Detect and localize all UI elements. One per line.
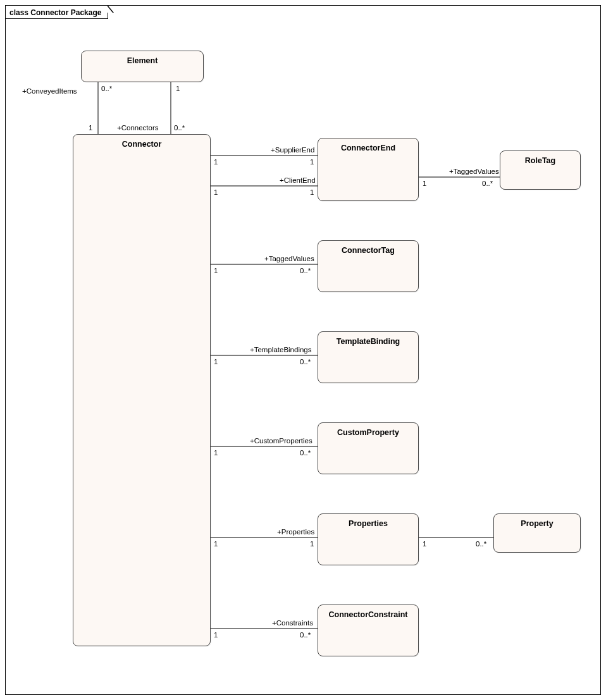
role-tagged-values: +TaggedValues bbox=[264, 255, 314, 262]
mult-custom-dst: 0..* bbox=[300, 449, 311, 457]
role-connectors: +Connectors bbox=[117, 124, 159, 132]
class-connector-tag-label: ConnectorTag bbox=[342, 246, 395, 255]
class-properties: Properties bbox=[318, 513, 419, 565]
class-custom-property: CustomProperty bbox=[318, 422, 419, 474]
mult-template-src: 1 bbox=[214, 358, 218, 365]
role-conveyed-items: +ConveyedItems bbox=[22, 87, 77, 95]
role-template-bindings: +TemplateBindings bbox=[250, 346, 312, 353]
mult-connector-end-tag: 1 bbox=[423, 180, 426, 187]
mult-element-connectors: 1 bbox=[176, 85, 180, 92]
frame-title: class Connector Package bbox=[9, 8, 101, 17]
class-connector-tag: ConnectorTag bbox=[318, 240, 419, 292]
mult-connector-tag-dst: 0..* bbox=[300, 267, 311, 274]
class-connector: Connector bbox=[73, 134, 211, 646]
class-connector-end-label: ConnectorEnd bbox=[341, 144, 395, 152]
mult-prop-src: 1 bbox=[423, 540, 426, 548]
class-role-tag: RoleTag bbox=[500, 150, 581, 190]
mult-connector-supplier: 1 bbox=[214, 158, 218, 166]
role-custom-properties: +CustomProperties bbox=[250, 437, 312, 445]
frame-title-tab: class Connector Package bbox=[5, 5, 108, 19]
class-custom-property-label: CustomProperty bbox=[337, 428, 399, 437]
mult-template-dst: 0..* bbox=[300, 358, 311, 365]
class-element-label: Element bbox=[127, 56, 158, 65]
role-client-end: +ClientEnd bbox=[280, 176, 316, 184]
mult-connector-connectors: 0..* bbox=[174, 124, 185, 132]
mult-element-conveyed: 0..* bbox=[101, 85, 112, 92]
mult-connector-conveyed: 1 bbox=[89, 124, 92, 132]
class-property: Property bbox=[493, 513, 581, 553]
mult-roletag: 0..* bbox=[482, 180, 493, 187]
mult-connector-tag-src: 1 bbox=[214, 267, 218, 274]
mult-constraints-dst: 0..* bbox=[300, 631, 311, 639]
mult-prop-dst: 0..* bbox=[476, 540, 486, 548]
class-template-binding: TemplateBinding bbox=[318, 331, 419, 383]
class-template-binding-label: TemplateBinding bbox=[337, 337, 400, 346]
class-connector-constraint-label: ConnectorConstraint bbox=[329, 610, 408, 619]
mult-supplier-end: 1 bbox=[310, 158, 314, 166]
class-role-tag-label: RoleTag bbox=[525, 156, 555, 165]
class-property-label: Property bbox=[521, 519, 553, 528]
mult-properties-dst: 1 bbox=[310, 540, 314, 548]
class-properties-label: Properties bbox=[349, 519, 388, 528]
mult-constraints-src: 1 bbox=[214, 631, 218, 639]
class-element: Element bbox=[81, 51, 204, 82]
class-connector-constraint: ConnectorConstraint bbox=[318, 605, 419, 656]
role-constraints: +Constraints bbox=[272, 619, 313, 627]
mult-connector-client: 1 bbox=[214, 188, 218, 196]
mult-client-end: 1 bbox=[310, 188, 314, 196]
role-roletag-tagged: +TaggedValues bbox=[449, 168, 499, 175]
role-supplier-end: +SupplierEnd bbox=[271, 146, 314, 154]
diagram-frame: class Connector Package Element Connecto… bbox=[0, 0, 606, 700]
mult-custom-src: 1 bbox=[214, 449, 218, 457]
class-connector-end: ConnectorEnd bbox=[318, 138, 419, 201]
class-connector-label: Connector bbox=[122, 140, 162, 149]
role-properties: +Properties bbox=[277, 528, 314, 536]
mult-properties-src: 1 bbox=[214, 540, 218, 548]
